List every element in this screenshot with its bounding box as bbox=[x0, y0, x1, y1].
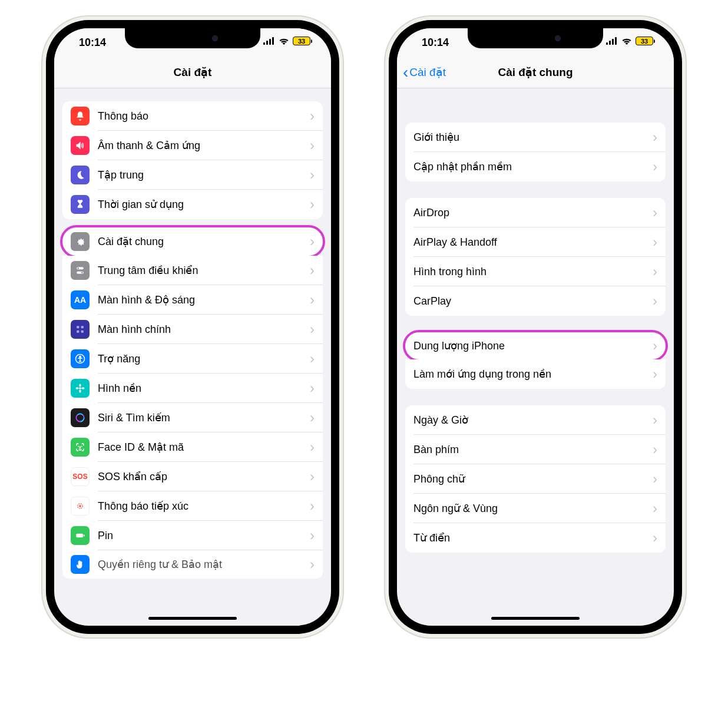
row-wallpaper[interactable]: Hình nền › bbox=[62, 374, 323, 403]
home-indicator[interactable] bbox=[148, 617, 237, 620]
row-homescreen[interactable]: Màn hình chính › bbox=[62, 315, 323, 344]
svg-rect-0 bbox=[263, 42, 265, 45]
section: Thông báo › Âm thanh & Cảm ứng › Tập tru… bbox=[62, 101, 323, 219]
row-label: Tập trung bbox=[98, 169, 306, 181]
signal-icon bbox=[606, 37, 618, 45]
row-label: Cài đặt chung bbox=[98, 235, 306, 248]
row-display[interactable]: AA Màn hình & Độ sáng › bbox=[62, 285, 323, 315]
row-bg-refresh[interactable]: Làm mới ứng dụng trong nền › bbox=[405, 359, 666, 389]
page-title: Cài đặt chung bbox=[498, 65, 573, 79]
faceid-icon bbox=[71, 438, 90, 457]
row-label: Ngôn ngữ & Vùng bbox=[413, 502, 649, 515]
row-battery[interactable]: Pin › bbox=[62, 521, 323, 550]
row-keyboard[interactable]: Bàn phím › bbox=[405, 435, 666, 464]
aa-icon: AA bbox=[71, 290, 90, 309]
chevron-right-icon: › bbox=[649, 367, 657, 381]
svg-point-17 bbox=[76, 387, 79, 389]
chevron-right-icon: › bbox=[306, 470, 315, 484]
row-label: Màn hình chính bbox=[98, 323, 306, 336]
chevron-right-icon: › bbox=[306, 263, 315, 277]
chevron-right-icon: › bbox=[306, 293, 315, 307]
row-carplay[interactable]: CarPlay › bbox=[405, 286, 666, 316]
gear-icon bbox=[71, 232, 90, 251]
sos-icon: SOS bbox=[71, 467, 90, 486]
chevron-right-icon: › bbox=[649, 472, 657, 486]
row-focus[interactable]: Tập trung › bbox=[62, 160, 323, 190]
row-label: AirPlay & Handoff bbox=[413, 236, 649, 249]
row-software-update[interactable]: Cập nhật phần mềm › bbox=[405, 152, 666, 181]
row-privacy[interactable]: Quyền riêng tư & Bảo mật › bbox=[62, 550, 323, 579]
row-exposure[interactable]: Thông báo tiếp xúc › bbox=[62, 491, 323, 521]
general-list[interactable]: Giới thiệu › Cập nhật phần mềm › AirDrop… bbox=[397, 88, 674, 626]
row-label: Trung tâm điều khiển bbox=[98, 264, 306, 277]
svg-point-22 bbox=[79, 505, 81, 507]
row-label: Bàn phím bbox=[413, 444, 649, 456]
chevron-right-icon: › bbox=[306, 197, 315, 212]
svg-rect-11 bbox=[81, 331, 84, 333]
speaker-icon bbox=[71, 136, 90, 155]
chevron-right-icon: › bbox=[306, 322, 315, 336]
row-siri[interactable]: Siri & Tìm kiếm › bbox=[62, 403, 323, 432]
svg-rect-28 bbox=[615, 37, 617, 45]
row-iphone-storage[interactable]: Dung lượng iPhone › bbox=[405, 332, 666, 359]
back-button[interactable]: ‹ Cài đặt bbox=[403, 64, 446, 81]
siri-icon bbox=[71, 408, 90, 427]
grid-icon bbox=[71, 320, 90, 339]
svg-rect-3 bbox=[272, 37, 274, 45]
wifi-icon bbox=[621, 37, 632, 45]
chevron-right-icon: › bbox=[649, 442, 657, 457]
settings-list[interactable]: Thông báo › Âm thanh & Cảm ứng › Tập tru… bbox=[54, 88, 331, 626]
chevron-right-icon: › bbox=[306, 557, 315, 571]
chevron-right-icon: › bbox=[649, 531, 657, 545]
row-label: Âm thanh & Cảm ứng bbox=[98, 139, 306, 152]
chevron-right-icon: › bbox=[306, 138, 315, 153]
svg-rect-24 bbox=[84, 534, 85, 536]
chevron-right-icon: › bbox=[649, 160, 657, 174]
chevron-right-icon: › bbox=[306, 168, 315, 182]
row-pip[interactable]: Hình trong hình › bbox=[405, 257, 666, 286]
hourglass-icon bbox=[71, 195, 90, 214]
section: AirDrop › AirPlay & Handoff › Hình trong… bbox=[405, 198, 666, 316]
row-label: SOS khẩn cấp bbox=[98, 470, 306, 483]
chevron-left-icon: ‹ bbox=[403, 64, 408, 81]
row-storage-highlight: Dung lượng iPhone › bbox=[403, 330, 668, 362]
row-screentime[interactable]: Thời gian sử dụng › bbox=[62, 190, 323, 219]
row-sounds[interactable]: Âm thanh & Cảm ứng › bbox=[62, 131, 323, 160]
row-language[interactable]: Ngôn ngữ & Vùng › bbox=[405, 494, 666, 523]
row-accessibility[interactable]: Trợ năng › bbox=[62, 344, 323, 374]
row-airdrop[interactable]: AirDrop › bbox=[405, 198, 666, 227]
row-controlcenter[interactable]: Trung tâm điều khiển › bbox=[62, 256, 323, 285]
row-label: CarPlay bbox=[413, 295, 649, 308]
flower-icon bbox=[71, 379, 90, 398]
row-notifications[interactable]: Thông báo › bbox=[62, 101, 323, 131]
row-label: Thông báo bbox=[98, 110, 306, 123]
nav-bar: ‹ Cài đặt Cài đặt chung bbox=[397, 57, 674, 88]
chevron-right-icon: › bbox=[649, 339, 657, 353]
row-label: Cập nhật phần mềm bbox=[413, 160, 649, 173]
row-airplay[interactable]: AirPlay & Handoff › bbox=[405, 227, 666, 257]
wifi-icon bbox=[279, 37, 289, 45]
signal-icon bbox=[263, 37, 275, 45]
svg-rect-8 bbox=[77, 326, 79, 328]
row-general[interactable]: Cài đặt chung › bbox=[62, 227, 323, 256]
home-indicator[interactable] bbox=[491, 617, 580, 620]
row-about[interactable]: Giới thiệu › bbox=[405, 123, 666, 152]
row-label: Thông báo tiếp xúc bbox=[98, 500, 306, 513]
row-dictionary[interactable]: Từ điển › bbox=[405, 523, 666, 553]
svg-rect-2 bbox=[269, 39, 271, 45]
chevron-right-icon: › bbox=[306, 499, 315, 513]
chevron-right-icon: › bbox=[649, 265, 657, 279]
section: Trung tâm điều khiển › AA Màn hình & Độ … bbox=[62, 256, 323, 579]
row-fonts[interactable]: Phông chữ › bbox=[405, 464, 666, 494]
chevron-right-icon: › bbox=[306, 352, 315, 366]
row-sos[interactable]: SOS SOS khẩn cấp › bbox=[62, 462, 323, 491]
svg-point-13 bbox=[80, 356, 81, 358]
row-label: Quyền riêng tư & Bảo mật bbox=[98, 558, 306, 571]
row-label: Pin bbox=[98, 530, 306, 542]
status-time: 10:14 bbox=[413, 37, 449, 49]
svg-rect-25 bbox=[606, 42, 608, 45]
svg-rect-27 bbox=[612, 39, 614, 45]
row-datetime[interactable]: Ngày & Giờ › bbox=[405, 405, 666, 435]
row-label: Làm mới ứng dụng trong nền bbox=[413, 368, 649, 381]
row-faceid[interactable]: Face ID & Mật mã › bbox=[62, 432, 323, 462]
